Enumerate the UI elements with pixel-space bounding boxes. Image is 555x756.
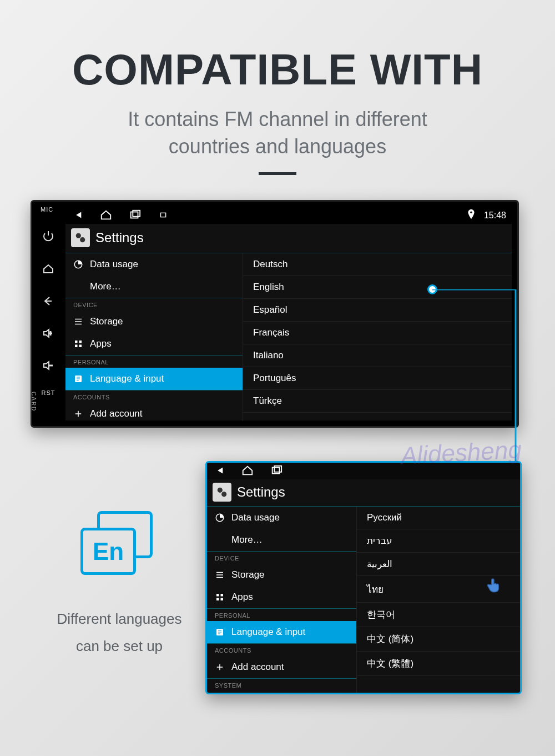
hero-subtitle: It contains FM channel in differentcount…: [0, 106, 555, 160]
settings-title: Settings: [237, 484, 285, 500]
svg-rect-2: [161, 213, 166, 217]
location-icon: [465, 208, 477, 223]
svg-point-15: [218, 488, 223, 493]
language-option[interactable]: Русский: [357, 507, 520, 529]
language-option[interactable]: 中文 (繁體): [357, 652, 520, 676]
volume-down-icon[interactable]: [40, 357, 57, 374]
language-option[interactable]: 中文 (简体): [357, 627, 520, 652]
back-nav-icon[interactable]: [71, 209, 83, 223]
recent-nav-icon[interactable]: [129, 209, 141, 223]
hero-title: COMPATIBLE WITH: [0, 44, 555, 95]
settings-title: Settings: [95, 230, 144, 246]
back-hw-icon[interactable]: [40, 293, 57, 309]
nav-add-account[interactable]: Add account: [207, 656, 356, 678]
svg-rect-9: [75, 345, 78, 348]
nav-apps[interactable]: Apps: [65, 333, 243, 355]
nav-data-usage[interactable]: Data usage: [65, 253, 243, 276]
screenshot-icon[interactable]: [158, 209, 170, 223]
home-nav-icon[interactable]: [241, 464, 254, 478]
caption-line2: can be set up: [76, 638, 163, 654]
svg-point-5: [80, 237, 85, 242]
status-bar: 15:48: [65, 207, 512, 224]
hdr-personal: PERSONAL: [65, 355, 243, 368]
svg-rect-14: [274, 465, 281, 472]
language-option[interactable]: עברית: [357, 529, 520, 553]
settings-nav: Data usage More… DEVICE Storage Apps PER…: [207, 507, 357, 694]
svg-rect-19: [221, 594, 224, 597]
svg-rect-18: [216, 594, 219, 597]
language-icon: En: [80, 511, 158, 578]
language-option[interactable]: 한국어: [357, 603, 520, 627]
nav-language-input[interactable]: Language & input: [207, 621, 356, 643]
hdr-personal: PERSONAL: [207, 608, 356, 621]
tap-hand-icon: [485, 576, 503, 595]
power-icon[interactable]: [40, 228, 57, 245]
hdr-accounts: ACCOUNTS: [65, 390, 243, 403]
home-hw-icon[interactable]: [40, 261, 57, 277]
settings-icon: [71, 228, 90, 247]
language-option[interactable]: العربية: [357, 553, 520, 576]
nav-storage[interactable]: Storage: [207, 564, 356, 586]
hdr-accounts: ACCOUNTS: [207, 643, 356, 656]
hero-divider: [259, 172, 296, 175]
nav-storage[interactable]: Storage: [65, 311, 243, 333]
svg-rect-8: [79, 341, 82, 343]
settings-icon: [213, 483, 231, 502]
nav-buttons: [71, 209, 170, 223]
settings-nav: Data usage More… DEVICE Storage Apps PER…: [65, 253, 243, 421]
home-nav-icon[interactable]: [100, 209, 112, 223]
hardware-buttons: RST: [34, 228, 62, 396]
svg-rect-1: [133, 210, 140, 216]
svg-point-16: [221, 492, 226, 497]
nav-data-usage[interactable]: Data usage: [207, 507, 356, 529]
reset-label: RST: [42, 389, 56, 396]
hdr-device: DEVICE: [65, 298, 243, 311]
recent-nav-icon[interactable]: [270, 464, 282, 478]
nav-apps[interactable]: Apps: [207, 586, 356, 608]
svg-rect-21: [221, 598, 224, 601]
language-option[interactable]: Deutsch: [243, 253, 512, 276]
svg-rect-10: [79, 345, 82, 348]
nav-add-account[interactable]: Add account: [65, 403, 243, 421]
svg-rect-13: [273, 467, 280, 473]
nav-more[interactable]: More…: [65, 276, 243, 298]
svg-rect-20: [216, 598, 219, 601]
volume-up-icon[interactable]: [40, 325, 57, 342]
svg-point-3: [470, 212, 472, 214]
caption-line1: Different languages: [57, 610, 181, 627]
settings-header: Settings: [65, 224, 512, 253]
caption-block: En Different languagescan be set up: [50, 511, 189, 660]
clock: 15:48: [484, 211, 506, 221]
hero: COMPATIBLE WITH It contains FM channel i…: [0, 0, 555, 175]
language-list[interactable]: Русскийעבריתالعربيةไทย한국어中文 (简体)中文 (繁體): [357, 507, 520, 694]
mic-label: MIC: [41, 206, 53, 213]
svg-rect-0: [131, 212, 138, 218]
popup-frame: Settings Data usage More… DEVICE Storage…: [205, 461, 522, 694]
svg-rect-7: [75, 341, 78, 343]
svg-point-4: [76, 233, 81, 238]
hdr-device: DEVICE: [207, 551, 356, 564]
back-nav-icon[interactable]: [213, 464, 225, 478]
hdr-system: SYSTEM: [207, 678, 356, 691]
nav-language-input[interactable]: Language & input: [65, 368, 243, 390]
nav-more[interactable]: More…: [207, 529, 356, 551]
